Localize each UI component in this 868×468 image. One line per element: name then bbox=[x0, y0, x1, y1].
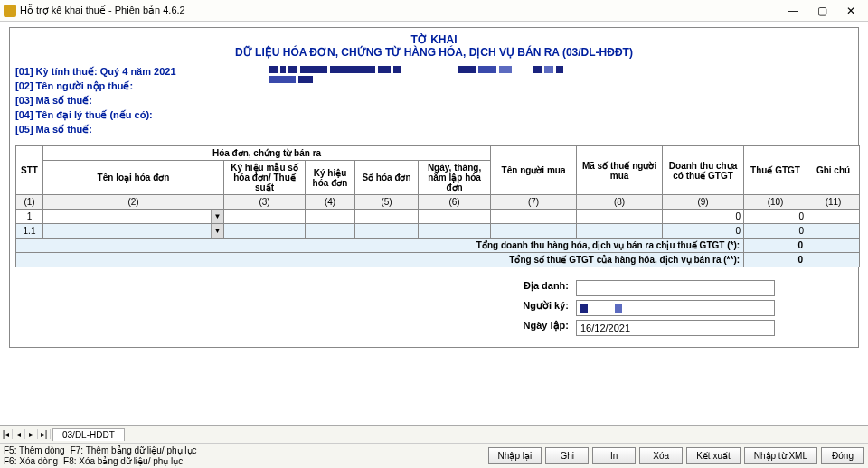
cell[interactable] bbox=[577, 224, 663, 239]
nav-first-icon[interactable]: |◂ bbox=[0, 429, 13, 439]
doc-subtitle: DỮ LIỆU HÓA ĐƠN, CHỨNG TỪ HÀNG HÓA, DỊCH… bbox=[15, 46, 853, 59]
ketxuat-button[interactable]: Kết xuất bbox=[686, 447, 741, 464]
footer: F5: Thêm dòngF7: Thêm bảng dữ liệu/ phụ … bbox=[0, 443, 868, 468]
th-c7: Tên người mua bbox=[491, 146, 577, 195]
diadanh-label: Địa danh: bbox=[495, 280, 576, 296]
cell[interactable] bbox=[306, 224, 355, 239]
shortcut-f5: F5: Thêm dòng bbox=[4, 445, 65, 456]
nhaplai-button[interactable]: Nhập lại bbox=[488, 447, 542, 464]
info-row-04: [04] Tên đại lý thuế (nếu có): bbox=[15, 108, 853, 122]
idx-5: (5) bbox=[355, 195, 419, 210]
table-row[interactable]: 1 ▼ 0 0 bbox=[16, 210, 860, 224]
idx-11: (11) bbox=[807, 195, 860, 210]
titlebar: Hỗ trợ kê khai thuế - Phiên bản 4.6.2 — … bbox=[0, 0, 868, 22]
chevron-down-icon[interactable]: ▼ bbox=[211, 210, 223, 223]
sum1-label: Tổng doanh thu hàng hóa, dịch vụ bán ra … bbox=[16, 239, 744, 253]
cell-c10[interactable]: 0 bbox=[744, 210, 807, 224]
sum2-val: 0 bbox=[744, 253, 807, 267]
th-c6: Ngày, tháng, năm lập hóa đơn bbox=[419, 161, 491, 195]
cell[interactable] bbox=[419, 224, 491, 239]
cell-stt[interactable]: 1 bbox=[16, 210, 43, 224]
th-c10: Thuế GTGT bbox=[744, 146, 807, 195]
cell-c9[interactable]: 0 bbox=[663, 210, 744, 224]
idx-2: (2) bbox=[43, 195, 224, 210]
nav-next-icon[interactable]: ▸ bbox=[25, 429, 38, 439]
cell[interactable] bbox=[224, 224, 306, 239]
ngaylap-input[interactable]: 16/12/2021 bbox=[576, 320, 775, 336]
ngaylap-label: Ngày lập: bbox=[495, 320, 576, 336]
cell[interactable] bbox=[224, 210, 306, 224]
ghi-button[interactable]: Ghi bbox=[545, 447, 589, 464]
th-c11: Ghi chú bbox=[807, 146, 860, 195]
nguoiky-input[interactable] bbox=[576, 300, 775, 316]
idx-1: (1) bbox=[16, 195, 43, 210]
close-button[interactable]: ✕ bbox=[837, 2, 864, 20]
cell[interactable] bbox=[807, 224, 860, 239]
cell[interactable] bbox=[491, 224, 577, 239]
signoff: Địa danh: Người ký: Ngày lập:16/12/2021 bbox=[15, 280, 853, 336]
idx-3: (3) bbox=[224, 195, 306, 210]
shortcut-f7: F7: Thêm bảng dữ liệu/ phụ lục bbox=[71, 445, 197, 456]
cell[interactable] bbox=[807, 210, 860, 224]
dong-button[interactable]: Đóng bbox=[821, 447, 864, 464]
info-block: [01] Kỳ tính thuế: Quý 4 năm 2021 [02] T… bbox=[15, 64, 853, 136]
cell[interactable] bbox=[577, 210, 663, 224]
cell[interactable] bbox=[306, 210, 355, 224]
shortcut-f6: F6: Xóa dòng bbox=[4, 456, 58, 467]
cell-c9[interactable]: 0 bbox=[663, 224, 744, 239]
nav-prev-icon[interactable]: ◂ bbox=[13, 429, 25, 439]
idx-7: (7) bbox=[491, 195, 577, 210]
window-title: Hỗ trợ kê khai thuế - Phiên bản 4.6.2 bbox=[20, 5, 779, 16]
th-c8: Mã số thuế người mua bbox=[577, 146, 663, 195]
info-row-05: [05] Mã số thuế: bbox=[15, 122, 853, 136]
table-row[interactable]: 1.1 ▼ 0 0 bbox=[16, 224, 860, 239]
cell-loai-hd-dropdown[interactable]: ▼ bbox=[43, 224, 224, 239]
nguoiky-label: Người ký: bbox=[495, 300, 576, 316]
shortcuts: F5: Thêm dòngF7: Thêm bảng dữ liệu/ phụ … bbox=[4, 445, 197, 467]
content-area: TỜ KHAI DỮ LIỆU HÓA ĐƠN, CHỨNG TỪ HÀNG H… bbox=[0, 22, 868, 425]
th-stt: STT bbox=[16, 146, 43, 195]
idx-8: (8) bbox=[577, 195, 663, 210]
cell[interactable] bbox=[355, 210, 419, 224]
th-group1: Hóa đơn, chứng từ bán ra bbox=[43, 146, 491, 161]
doc-title: TỜ KHAI bbox=[15, 33, 853, 46]
cell-stt[interactable]: 1.1 bbox=[16, 224, 43, 239]
cell[interactable] bbox=[355, 224, 419, 239]
nhaptuxml-button[interactable]: Nhập từ XML bbox=[744, 447, 817, 464]
diadanh-input[interactable] bbox=[576, 280, 775, 296]
sum1-val: 0 bbox=[744, 239, 807, 253]
app-icon bbox=[4, 5, 16, 17]
cell-loai-hd-dropdown[interactable]: ▼ bbox=[43, 210, 224, 224]
cell-c10[interactable]: 0 bbox=[744, 224, 807, 239]
th-c2: Tên loại hóa đơn bbox=[43, 161, 224, 195]
minimize-button[interactable]: — bbox=[779, 2, 807, 20]
shortcut-f8: F8: Xóa bảng dữ liệu/ phụ lục bbox=[63, 456, 183, 467]
document-box: TỜ KHAI DỮ LIỆU HÓA ĐƠN, CHỨNG TỪ HÀNG H… bbox=[9, 27, 859, 348]
data-table: STT Hóa đơn, chứng từ bán ra Tên người m… bbox=[15, 145, 860, 267]
th-c9: Doanh thu chưa có thuế GTGT bbox=[663, 146, 744, 195]
th-c3: Ký hiệu mẫu số hóa đơn/ Thuế suất bbox=[224, 161, 306, 195]
idx-10: (10) bbox=[744, 195, 807, 210]
idx-9: (9) bbox=[663, 195, 744, 210]
th-c5: Số hóa đơn bbox=[355, 161, 419, 195]
in-button[interactable]: In bbox=[592, 447, 636, 464]
nav-last-icon[interactable]: ▸| bbox=[38, 429, 51, 439]
cell[interactable] bbox=[419, 210, 491, 224]
redacted-info bbox=[269, 64, 585, 108]
chevron-down-icon[interactable]: ▼ bbox=[211, 224, 223, 238]
cell[interactable] bbox=[491, 210, 577, 224]
tab-03dl[interactable]: 03/DL-HĐĐT bbox=[52, 428, 125, 441]
idx-6: (6) bbox=[419, 195, 491, 210]
idx-4: (4) bbox=[306, 195, 355, 210]
xoa-button[interactable]: Xóa bbox=[639, 447, 683, 464]
tabbar: |◂ ◂ ▸ ▸| 03/DL-HĐĐT bbox=[0, 425, 868, 443]
sum2-label: Tổng số thuế GTGT của hàng hóa, dịch vụ … bbox=[16, 253, 744, 267]
maximize-button[interactable]: ▢ bbox=[808, 2, 835, 20]
th-c4: Ký hiệu hóa đơn bbox=[306, 161, 355, 195]
